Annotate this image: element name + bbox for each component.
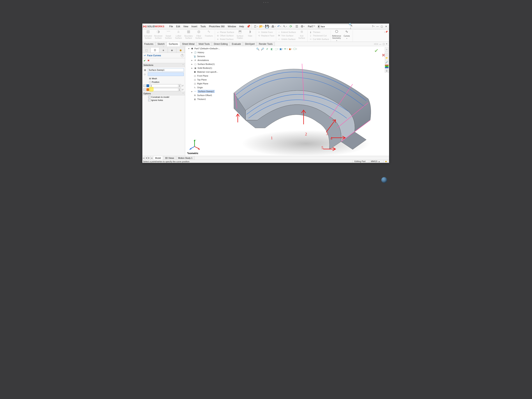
tree-solid-bodies[interactable]: Solid Bodies(1)	[198, 67, 212, 69]
reference-geometry-button[interactable]: ⎔Reference Geometry▾	[332, 30, 342, 42]
selection-list[interactable]: Surface-Sweep1	[148, 68, 184, 72]
fillet-button[interactable]: ◗Fillet	[245, 30, 255, 37]
dir1-count-input[interactable]	[150, 84, 178, 87]
revolved-surface-button[interactable]: ◑Revolved Surface	[153, 30, 163, 39]
dir2-checkbox[interactable]: ✓	[144, 89, 146, 91]
freeform-button[interactable]: ∿Freeform	[204, 30, 214, 37]
globe-icon[interactable]	[381, 177, 387, 183]
pm-help-icon[interactable]: ?	[181, 54, 184, 57]
orientation-triad[interactable]: Y X Z	[189, 139, 200, 150]
surface-flatten-button[interactable]: ⬒Surface Flatten	[235, 30, 245, 39]
taskpane-resources-icon[interactable]: ⬚	[385, 52, 389, 56]
menu-view[interactable]: View	[182, 24, 190, 29]
taskpane-explorer-icon[interactable]: 🔎	[385, 60, 389, 64]
tab-surfaces[interactable]: Surfaces	[167, 42, 180, 46]
extend-surface-button[interactable]: ↔Extend Surface	[278, 31, 296, 34]
dir2-count-input[interactable]	[150, 88, 178, 91]
tree-right-plane[interactable]: Right Plane	[197, 82, 208, 85]
tab-sketch[interactable]: Sketch	[156, 42, 167, 46]
rebuild-button[interactable]: ⟳	[288, 24, 294, 29]
tab-nav-first[interactable]: ⏮	[142, 156, 145, 160]
open-button[interactable]: 📂	[259, 24, 265, 29]
maximize-button[interactable]: ▢	[380, 25, 384, 28]
tab-nav-prev[interactable]: ◀	[145, 156, 148, 160]
ribbon-pin-icon[interactable]: ↓📌	[384, 31, 388, 33]
tree-surface-sweep1[interactable]: Surface-Sweep1	[198, 90, 215, 93]
constrain-checkbox[interactable]: ✓Constrain to model	[142, 96, 185, 99]
doc-min-icon[interactable]: —	[379, 43, 381, 45]
tree-origin[interactable]: Origin	[197, 86, 203, 89]
tab-nav-next[interactable]: ▶	[148, 156, 151, 160]
ruled-surface-button[interactable]: ≋Ruled Surface	[216, 38, 234, 41]
tree-front-plane[interactable]: Front Plane	[197, 75, 208, 77]
planar-surface-button[interactable]: ▱Planar Surface	[216, 31, 234, 34]
tree-sensors[interactable]: Sensors	[197, 55, 205, 58]
search-box[interactable]: ◧ 🔍	[318, 25, 350, 28]
taskpane-home-icon[interactable]: ⌂	[385, 47, 389, 51]
thickened-cut-button[interactable]: ▯Thickened Cut	[309, 34, 329, 37]
section-options[interactable]: Options⌃	[142, 91, 185, 96]
dir1-down[interactable]: ▼	[178, 86, 181, 87]
taskpane-appearances-icon[interactable]: ☰	[385, 69, 389, 73]
thicken-button[interactable]: ▮Thicken	[309, 31, 329, 34]
dir2-down[interactable]: ▼	[178, 90, 181, 91]
tab-nav-last[interactable]: ⏭	[151, 156, 153, 160]
close-button[interactable]: ✕	[384, 25, 388, 28]
tree-material[interactable]: Material <not specifi...	[197, 71, 218, 73]
trim-surface-button[interactable]: ✀Trim Surface	[278, 34, 296, 37]
flyout-feature-tree[interactable]: ▾⬢Part7 (Default<<Default>... ▸🕑History …	[187, 46, 222, 101]
swept-surface-button[interactable]: 〰Swept Surface	[163, 30, 173, 39]
settings-button[interactable]: ⚙	[300, 24, 305, 29]
replace-face-button[interactable]: ⟲Replace Face	[258, 34, 274, 37]
tab-motion-study[interactable]: Motion Study 1	[176, 156, 195, 160]
cut-with-surface-button[interactable]: ✂Cut With Surface	[309, 38, 329, 41]
curves-button[interactable]: ∿Curves▾	[342, 30, 352, 39]
pm-tab-property-manager[interactable]: ☰	[151, 48, 159, 53]
untrim-surface-button[interactable]: ⤺Untrim Surface	[278, 38, 296, 41]
status-units[interactable]: MMGS ▴	[369, 160, 381, 163]
new-button[interactable]: 🗋	[253, 24, 259, 29]
tree-thicken1[interactable]: Thicken1	[197, 98, 206, 100]
options-button[interactable]: ☰	[294, 24, 300, 29]
offset-surface-button[interactable]: ⧉Offset Surface	[216, 34, 234, 37]
doc-max-icon[interactable]: ▢	[383, 43, 385, 45]
delete-face-button[interactable]: ✂Delete Face	[258, 31, 274, 34]
tab-model[interactable]: Model	[153, 156, 163, 160]
doc-prev-icon[interactable]: ◁	[374, 43, 375, 45]
tree-top-plane[interactable]: Top Plane	[197, 78, 207, 81]
taskpane-palette-icon[interactable]: ◉	[385, 64, 389, 68]
lofted-surface-button[interactable]: ⩍Lofted Surface	[173, 30, 184, 39]
pm-tab-feature-manager[interactable]: ⬚	[142, 48, 151, 53]
minimize-button[interactable]: —	[375, 25, 380, 28]
undo-button[interactable]: ↶	[276, 24, 282, 29]
tree-root[interactable]: Part7 (Default<<Default>...	[195, 47, 220, 50]
pm-tab-display-manager[interactable]: ◉	[177, 48, 185, 53]
dir2-up[interactable]: ▲	[178, 88, 181, 90]
drag-handle[interactable]: • • •	[263, 1, 269, 4]
tab-evaluate[interactable]: Evaluate	[230, 42, 243, 46]
cancel-button[interactable]: ✖	[147, 59, 150, 62]
dir1-reverse-icon[interactable]: ↺	[181, 84, 184, 87]
tree-surface-offset1[interactable]: Surface-Offset1	[197, 94, 212, 97]
tab-dimxpert[interactable]: DimXpert	[243, 42, 257, 46]
tab-sheet-metal[interactable]: Sheet Metal	[180, 42, 197, 46]
ignore-holes-checkbox[interactable]: ✓Ignore holes	[142, 99, 185, 102]
tab-direct-editing[interactable]: Direct Editing	[212, 42, 230, 46]
menu-file[interactable]: File	[168, 24, 174, 29]
search-kind-icon[interactable]: ◧	[318, 25, 320, 28]
taskpane-library-icon[interactable]: 📁	[385, 56, 389, 60]
menu-tools[interactable]: Tools	[199, 24, 207, 29]
pm-tab-dimxpert[interactable]: ◈	[168, 48, 177, 53]
dir1-checkbox[interactable]: ✓	[144, 84, 146, 87]
tab-render-tools[interactable]: Render Tools	[257, 42, 275, 46]
search-icon[interactable]: 🔍	[348, 23, 352, 30]
pm-tab-config-manager[interactable]: ⎈	[159, 48, 168, 53]
tab-mold-tools[interactable]: Mold Tools	[197, 42, 212, 46]
tab-features[interactable]: Features	[142, 42, 156, 46]
ok-button[interactable]: ✔	[144, 59, 146, 62]
dir2-reverse-icon[interactable]: ↺	[181, 88, 184, 91]
selection-list-empty[interactable]	[148, 72, 184, 76]
status-warn-icon[interactable]: ◆	[383, 160, 388, 163]
help-button[interactable]: ?	[371, 25, 375, 28]
dir1-up[interactable]: ▲	[178, 84, 181, 86]
